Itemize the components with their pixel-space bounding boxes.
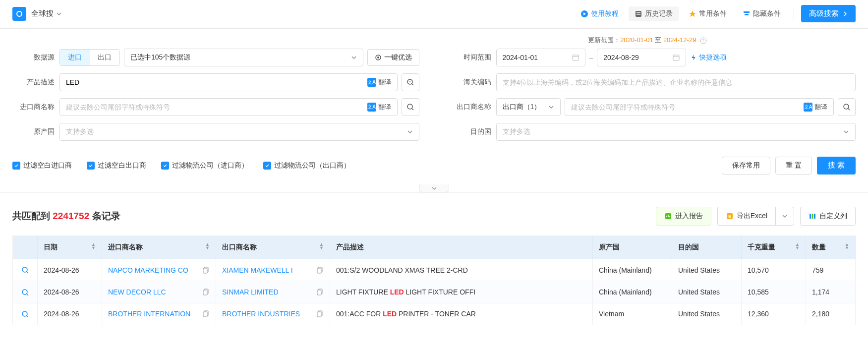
- divider: [794, 8, 794, 20]
- svg-text:?: ?: [702, 38, 704, 43]
- logo-icon: [12, 7, 26, 21]
- export-excel-button[interactable]: E 导出Excel: [717, 207, 775, 226]
- svg-rect-43: [203, 312, 207, 317]
- filter-logistics-importer-checkbox[interactable]: 过滤物流公司（进口商）: [161, 161, 248, 170]
- exporter-input[interactable]: [571, 103, 804, 111]
- enter-report-button[interactable]: 进入报告: [656, 207, 711, 226]
- col-exporter[interactable]: 出口商名称▲▼: [216, 236, 330, 259]
- export-tab[interactable]: 出口: [90, 50, 119, 65]
- advanced-search-button[interactable]: 高级搜索: [801, 5, 856, 22]
- copy-icon[interactable]: [203, 267, 210, 274]
- tutorial-link[interactable]: 使用教程: [575, 6, 625, 21]
- search-similar-button[interactable]: [402, 98, 419, 116]
- reset-button[interactable]: 重 置: [775, 157, 812, 175]
- cell-dest: United States: [672, 281, 742, 303]
- save-common-button[interactable]: 保存常用: [722, 157, 770, 175]
- destination-select[interactable]: 支持多选: [496, 123, 856, 141]
- importer-input[interactable]: [66, 103, 367, 111]
- import-tab[interactable]: 进口: [60, 50, 90, 65]
- origin-select[interactable]: 支持多选: [59, 123, 419, 141]
- svg-point-0: [17, 11, 22, 16]
- import-export-toggle[interactable]: 进口 出口: [59, 49, 120, 66]
- product-desc-input[interactable]: [66, 78, 367, 86]
- origin-placeholder: 支持多选: [66, 127, 94, 136]
- importer-link[interactable]: BROTHER INTERNATION: [108, 310, 210, 318]
- cell-origin: China (Mainland): [593, 281, 672, 303]
- view-detail-button[interactable]: [21, 310, 29, 318]
- svg-point-40: [22, 311, 27, 316]
- lightning-icon: [690, 54, 697, 61]
- filter-empty-exporter-checkbox[interactable]: 过滤空白出口商: [87, 161, 146, 170]
- cell-date: 2024-08-26: [38, 259, 102, 281]
- search-similar-button[interactable]: [838, 98, 856, 116]
- data-source-select[interactable]: 已选中105个数据源: [124, 49, 363, 66]
- svg-line-41: [27, 316, 28, 317]
- translate-button[interactable]: 文A 翻译: [367, 103, 391, 112]
- date-end-input[interactable]: 2024-08-29: [597, 49, 686, 66]
- exporter-link[interactable]: BROTHER INDUSTRIES: [222, 310, 324, 318]
- hs-code-label: 海关编码: [449, 78, 491, 87]
- custom-columns-button[interactable]: 自定义列: [800, 207, 856, 226]
- optimize-button[interactable]: 一键优选: [367, 49, 419, 66]
- sort-icon[interactable]: ▲▼: [91, 243, 96, 250]
- export-dropdown-button[interactable]: [775, 207, 794, 226]
- search-similar-icon: [842, 103, 851, 112]
- search-similar-icon: [406, 103, 415, 112]
- translate-button[interactable]: 文A 翻译: [804, 103, 827, 112]
- col-origin: 原产国: [593, 236, 672, 259]
- copy-icon[interactable]: [317, 267, 324, 274]
- sort-icon[interactable]: ▲▼: [319, 243, 324, 250]
- svg-line-35: [27, 294, 28, 295]
- importer-link[interactable]: NEW DECOR LLC: [108, 288, 210, 296]
- exporter-link[interactable]: XIAMEN MAKEWELL I: [222, 266, 324, 274]
- view-detail-button[interactable]: [21, 266, 29, 274]
- search-similar-button[interactable]: ≈: [402, 73, 419, 91]
- hs-code-input[interactable]: [503, 78, 850, 86]
- importer-input-wrap: 文A 翻译: [59, 98, 398, 116]
- search-similar-icon: ≈: [406, 78, 415, 87]
- col-weight[interactable]: 千克重量▲▼: [742, 236, 806, 259]
- history-button[interactable]: 历史记录: [629, 6, 679, 21]
- col-qty[interactable]: 数量▲▼: [806, 236, 856, 259]
- favorites-button[interactable]: 常用条件: [683, 6, 733, 21]
- chevron-down-icon: [548, 104, 554, 110]
- importer-link[interactable]: NAPCO MARKETING CO: [108, 266, 210, 274]
- translate-button[interactable]: 文A 翻译: [367, 78, 391, 87]
- view-detail-button[interactable]: [21, 288, 29, 295]
- copy-icon[interactable]: [317, 289, 324, 295]
- chevron-down-icon: [843, 129, 849, 135]
- info-icon[interactable]: ?: [700, 37, 707, 44]
- filter-logistics-exporter-checkbox[interactable]: 过滤物流公司（出口商）: [263, 161, 350, 170]
- quick-options-link[interactable]: 快捷选项: [690, 53, 727, 62]
- copy-icon[interactable]: [203, 289, 210, 295]
- sort-icon[interactable]: ▲▼: [795, 243, 800, 250]
- col-importer[interactable]: 进口商名称▲▼: [102, 236, 216, 259]
- custom-cols-label: 自定义列: [819, 212, 847, 221]
- cell-dest: United States: [672, 303, 742, 325]
- global-search-dropdown[interactable]: 全球搜: [31, 9, 61, 18]
- product-desc-input-wrap: 文A 翻译: [59, 73, 398, 91]
- filter-empty-importer-checkbox[interactable]: 过滤空白进口商: [12, 161, 72, 170]
- cell-qty: 1,174: [806, 281, 856, 303]
- data-source-label: 数据源: [12, 53, 55, 62]
- cell-weight: 10,570: [742, 259, 806, 281]
- hidden-conditions-button[interactable]: 隐藏条件: [737, 6, 787, 21]
- exporter-link[interactable]: SINMAR LIMITED: [222, 288, 324, 296]
- collapse-handle[interactable]: [419, 184, 449, 192]
- svg-rect-4: [637, 14, 640, 15]
- col-date[interactable]: 日期▲▼: [38, 236, 102, 259]
- enter-report-label: 进入报告: [675, 212, 703, 221]
- date-start-input[interactable]: 2024-01-01: [496, 49, 585, 66]
- sort-icon[interactable]: ▲▼: [845, 243, 849, 250]
- sort-icon[interactable]: ▲▼: [205, 243, 210, 250]
- svg-rect-25: [810, 214, 811, 219]
- search-button[interactable]: 搜 索: [817, 157, 856, 175]
- exporter-type-select[interactable]: 出口商（1）: [496, 98, 561, 116]
- cell-weight: 10,585: [742, 281, 806, 303]
- svg-rect-3: [637, 12, 640, 13]
- copy-icon[interactable]: [317, 310, 324, 317]
- calendar-icon: [673, 54, 680, 61]
- copy-icon[interactable]: [203, 310, 210, 317]
- exporter-input-wrap: 文A 翻译: [565, 98, 834, 116]
- cell-product: LIGHT FIXTURE LED LIGHT FIXTURE OFFI: [330, 281, 593, 303]
